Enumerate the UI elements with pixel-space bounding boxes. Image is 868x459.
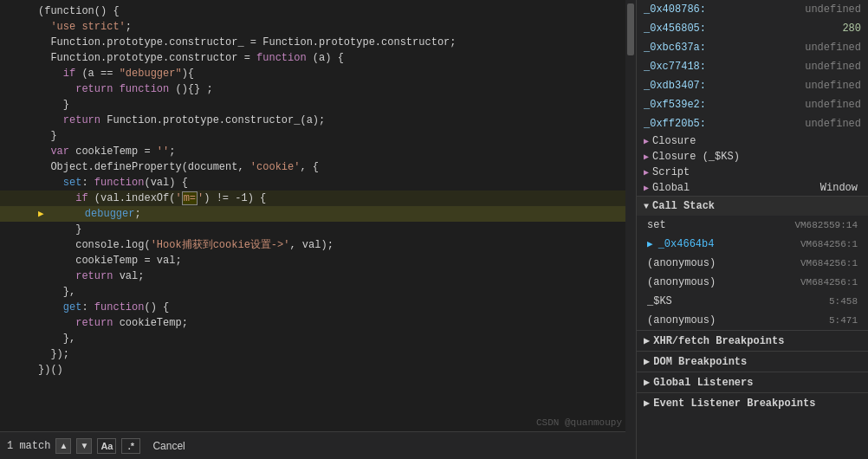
global-window-label: Window xyxy=(820,182,858,194)
callstack-item[interactable]: _$KS 5:458 xyxy=(637,292,868,311)
search-cancel-button[interactable]: Cancel xyxy=(146,438,191,454)
scope-item: _0xc77418: undefined xyxy=(637,57,868,76)
search-bar: 1 match ▲ ▼ Aa .* Cancel xyxy=(0,431,625,459)
code-line: }); xyxy=(0,346,625,362)
search-case-button[interactable]: Aa xyxy=(97,438,116,454)
callstack-item-active[interactable]: ▶ _0x4664b4 VM684256:1 xyxy=(637,235,868,254)
code-line: var cookieTemp = ''; xyxy=(0,144,625,159)
closure-label: Closure xyxy=(652,135,696,147)
code-line: cookieTemp = val; xyxy=(0,253,625,268)
global-arrow-icon: ▶ xyxy=(644,183,649,193)
code-line: set: function(val) { xyxy=(0,175,625,191)
code-line: (function() { xyxy=(0,3,625,19)
xhr-breakpoints-header[interactable]: ▶ XHR/fetch Breakpoints xyxy=(637,331,868,351)
code-line: Function.prototype.constructor_ = Functi… xyxy=(0,35,625,50)
event-listener-breakpoints-header[interactable]: ▶ Event Listener Breakpoints xyxy=(637,393,868,413)
scope-item: _0xff20b5: undefined xyxy=(637,114,868,133)
callstack-item[interactable]: (anonymous) 5:471 xyxy=(637,311,868,330)
scope-item: _0xf539e2: undefined xyxy=(637,95,868,114)
scope-variables: _0x408786: undefined _0x456805: 280 _0xb… xyxy=(637,0,868,133)
script-section[interactable]: ▶ Script xyxy=(637,165,868,180)
search-match-count: 1 match xyxy=(7,440,50,452)
closure-ks-section[interactable]: ▶ Closure (_$KS) xyxy=(637,149,868,165)
callstack-loc: 5:471 xyxy=(829,313,858,328)
scope-item: _0xbc637a: undefined xyxy=(637,38,868,57)
code-line: Function.prototype.constructor = functio… xyxy=(0,50,625,66)
callstack-loc: VM684256:1 xyxy=(800,255,858,271)
callstack-loc: VM682559:14 xyxy=(794,217,858,233)
code-editor: (function() { 'use strict'; Function.pro… xyxy=(0,0,625,459)
code-line: } xyxy=(0,128,625,144)
scope-item: _0x408786: undefined xyxy=(637,0,868,19)
callstack-loc: 5:458 xyxy=(829,294,858,309)
global-label: Global xyxy=(652,182,690,194)
code-lines: (function() { 'use strict'; Function.pro… xyxy=(0,0,625,431)
editor-scrollbar[interactable] xyxy=(625,0,636,459)
global-section[interactable]: ▶ Global Window xyxy=(637,180,868,196)
callstack-name: (anonymous) xyxy=(647,275,797,290)
global-listeners-arrow-icon: ▶ xyxy=(644,376,650,389)
code-line: if (a == "debugger"){ xyxy=(0,66,625,81)
script-label: Script xyxy=(652,166,690,178)
right-panel: _0x408786: undefined _0x456805: 280 _0xb… xyxy=(636,0,868,459)
callstack-item[interactable]: set VM682559:14 xyxy=(637,216,868,235)
callstack-loc: VM684256:1 xyxy=(800,275,858,290)
scope-item: _0xdb3407: undefined xyxy=(637,76,868,95)
callstack-arrow-icon: ▼ xyxy=(644,202,649,211)
code-line: }, xyxy=(0,331,625,346)
code-line: return function (){} ; xyxy=(0,81,625,97)
callstack-loc: VM684256:1 xyxy=(800,236,858,252)
search-prev-button[interactable]: ▲ xyxy=(55,438,71,454)
callstack-title: Call Stack xyxy=(652,200,715,212)
closure-arrow-icon: ▶ xyxy=(644,136,649,146)
callstack-item[interactable]: (anonymous) VM684256:1 xyxy=(637,254,868,273)
code-line: 'use strict'; xyxy=(0,19,625,35)
code-line: console.log('Hook捕获到cookie设置->', val); xyxy=(0,237,625,253)
xhr-bp-arrow-icon: ▶ xyxy=(644,334,650,347)
scope-item: _0x456805: 280 xyxy=(637,19,868,38)
global-listeners-header[interactable]: ▶ Global Listeners xyxy=(637,372,868,392)
dom-bp-arrow-icon: ▶ xyxy=(644,355,650,368)
scrollbar-thumb[interactable] xyxy=(627,3,634,55)
code-line: }, xyxy=(0,284,625,300)
code-line: return val; xyxy=(0,268,625,284)
event-listener-breakpoints-section: ▶ Event Listener Breakpoints xyxy=(637,392,868,413)
code-line: if (val.indexOf('m=') != -1) { xyxy=(0,191,625,206)
search-regex-button[interactable]: .* xyxy=(121,438,140,454)
watermark: CSDN @quanmoupy xyxy=(536,417,625,428)
callstack-item[interactable]: (anonymous) VM684256:1 xyxy=(637,273,868,292)
closure-section[interactable]: ▶ Closure xyxy=(637,133,868,149)
active-frame-icon: ▶ xyxy=(647,236,653,252)
dom-bp-label: DOM Breakpoints xyxy=(653,356,747,368)
code-line: } xyxy=(0,97,625,113)
code-line: return cookieTemp; xyxy=(0,315,625,331)
callstack-section: ▼ Call Stack set VM682559:14 ▶ _0x4664b4… xyxy=(637,196,868,330)
callstack-name: (anonymous) xyxy=(647,255,797,271)
closure-ks-label: Closure (_$KS) xyxy=(652,151,740,163)
closure-ks-arrow-icon: ▶ xyxy=(644,152,649,162)
code-line: return Function.prototype.constructor_(a… xyxy=(0,113,625,128)
callstack-name: set xyxy=(647,217,791,233)
code-line-debugger: ▶ debugger; xyxy=(0,206,625,222)
code-line: })() xyxy=(0,362,625,378)
callstack-header[interactable]: ▼ Call Stack xyxy=(637,197,868,216)
callstack-name: _$KS xyxy=(647,294,826,309)
search-next-button[interactable]: ▼ xyxy=(76,438,92,454)
xhr-bp-label: XHR/fetch Breakpoints xyxy=(653,335,784,347)
event-bp-label: Event Listener Breakpoints xyxy=(653,398,815,410)
code-line: } xyxy=(0,222,625,237)
code-line: get: function() { xyxy=(0,300,625,315)
callstack-items: set VM682559:14 ▶ _0x4664b4 VM684256:1 (… xyxy=(637,216,868,330)
callstack-name: (anonymous) xyxy=(647,313,826,328)
xhr-breakpoints-section: ▶ XHR/fetch Breakpoints xyxy=(637,330,868,351)
code-line: Object.defineProperty(document, 'cookie'… xyxy=(0,159,625,175)
script-arrow-icon: ▶ xyxy=(644,167,649,178)
global-listeners-section: ▶ Global Listeners xyxy=(637,372,868,392)
dom-breakpoints-header[interactable]: ▶ DOM Breakpoints xyxy=(637,352,868,372)
callstack-name: _0x4664b4 xyxy=(658,236,797,252)
dom-breakpoints-section: ▶ DOM Breakpoints xyxy=(637,351,868,372)
global-listeners-label: Global Listeners xyxy=(653,377,753,389)
event-bp-arrow-icon: ▶ xyxy=(644,397,650,410)
